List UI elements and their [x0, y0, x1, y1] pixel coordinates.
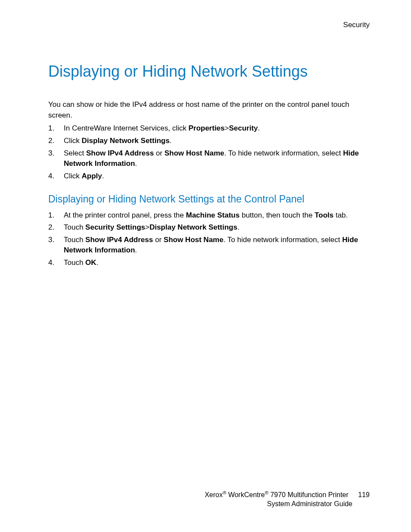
step-item: At the printer control panel, press the … — [48, 210, 370, 221]
step-text: button, then touch the — [240, 211, 314, 219]
ui-term: Tools — [314, 211, 333, 219]
footer-brand: WorkCentre — [226, 491, 265, 498]
step-text: . — [135, 159, 137, 168]
step-text: . — [97, 258, 99, 267]
step-text: > — [225, 124, 229, 132]
page-title: Displaying or Hiding Network Settings — [48, 62, 370, 81]
step-item: In CentreWare Internet Services, click P… — [48, 123, 370, 134]
ui-term: Apply — [82, 172, 102, 180]
ui-term: Show Host Name — [165, 149, 224, 157]
step-text: Select — [64, 149, 86, 157]
footer-brand: Xerox — [205, 491, 223, 498]
footer-guide-line: System Administrator Guide — [205, 499, 370, 509]
footer-product-line: Xerox® WorkCentre® 7970 Multifunction Pr… — [205, 490, 349, 500]
step-text: Touch — [64, 236, 85, 244]
ui-term: Properties — [188, 124, 224, 132]
step-item: Select Show IPv4 Address or Show Host Na… — [48, 148, 370, 169]
ui-term: Display Network Settings — [82, 137, 170, 145]
procedure-list-1: In CentreWare Internet Services, click P… — [48, 123, 370, 181]
page-number: 119 — [358, 490, 370, 500]
section-subheading: Displaying or Hiding Network Settings at… — [48, 193, 370, 206]
ui-term: Security Settings — [85, 223, 145, 231]
ui-term: OK — [85, 258, 97, 267]
step-text: . To hide network information, select — [224, 149, 343, 157]
step-text: Touch — [64, 223, 85, 231]
ui-term: Show IPv4 Address — [86, 149, 154, 157]
step-text: In CentreWare Internet Services, click — [64, 124, 188, 132]
step-text: Touch — [64, 258, 85, 267]
step-text: . — [237, 223, 240, 231]
step-item: Click Display Network Settings. — [48, 136, 370, 146]
intro-paragraph: You can show or hide the IPv4 address or… — [48, 100, 370, 121]
ui-term: Machine Status — [186, 211, 240, 219]
step-text: or — [154, 149, 165, 157]
step-text: > — [145, 223, 149, 231]
step-text: . — [135, 246, 137, 254]
step-item: Touch OK. — [48, 258, 370, 268]
ui-term: Display Network Settings — [149, 223, 237, 231]
step-text: . — [102, 172, 104, 180]
ui-term: Security — [229, 124, 258, 132]
step-text: tab. — [333, 211, 348, 219]
registered-mark-icon: ® — [223, 490, 226, 495]
step-item: Touch Show IPv4 Address or Show Host Nam… — [48, 235, 370, 256]
header-section-label: Security — [343, 21, 370, 29]
document-page: Security Displaying or Hiding Network Se… — [0, 0, 411, 532]
registered-mark-icon: ® — [265, 490, 268, 495]
step-text: or — [153, 236, 164, 244]
step-text: . — [170, 137, 172, 145]
step-item: Click Apply. — [48, 171, 370, 182]
step-text: Click — [64, 172, 82, 180]
procedure-list-2: At the printer control panel, press the … — [48, 210, 370, 268]
step-text: . — [258, 124, 260, 132]
step-text: Click — [64, 137, 82, 145]
step-item: Touch Security Settings>Display Network … — [48, 222, 370, 233]
page-footer: Xerox® WorkCentre® 7970 Multifunction Pr… — [205, 490, 370, 509]
ui-term: Show Host Name — [164, 236, 224, 244]
ui-term: Show IPv4 Address — [85, 236, 153, 244]
step-text: At the printer control panel, press the — [64, 211, 186, 219]
step-text: . To hide network information, select — [224, 236, 342, 244]
footer-model: 7970 Multifunction Printer — [268, 491, 349, 498]
